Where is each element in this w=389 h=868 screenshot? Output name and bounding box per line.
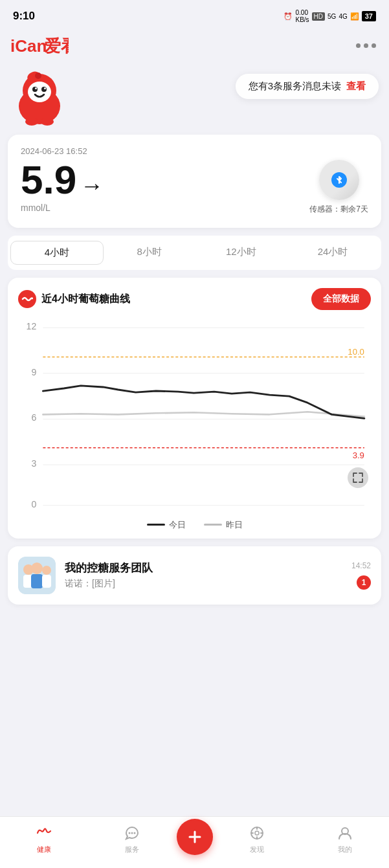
chart-container: 12 9 6 3 0 10.0 3.9 bbox=[18, 318, 371, 514]
nav-item-health[interactable]: 健康 bbox=[0, 824, 88, 854]
svg-text:12: 12 bbox=[27, 321, 37, 331]
nav-item-discover[interactable]: 发现 bbox=[213, 824, 301, 854]
chart-title: 近4小时葡萄糖曲线 bbox=[41, 293, 130, 306]
svg-text:iCan: iCan bbox=[10, 36, 47, 56]
svg-point-4 bbox=[28, 82, 51, 102]
svg-text:9: 9 bbox=[31, 367, 36, 377]
svg-text:10.0: 10.0 bbox=[348, 347, 364, 357]
battery: 37 bbox=[362, 11, 376, 21]
legend-today-line bbox=[147, 524, 165, 526]
svg-point-12 bbox=[35, 72, 41, 79]
signal-5g: 5G bbox=[328, 13, 336, 20]
svg-text:6: 6 bbox=[31, 412, 36, 423]
hd-icon: HD bbox=[312, 12, 325, 21]
svg-point-35 bbox=[31, 562, 43, 574]
add-button[interactable] bbox=[177, 819, 213, 855]
wifi-icon: 📶 bbox=[350, 12, 359, 21]
status-icons: ⏰ 0.00KB/s HD 5G 4G 📶 37 bbox=[283, 9, 376, 23]
tab-12h[interactable]: 12小时 bbox=[195, 241, 287, 265]
svg-point-45 bbox=[255, 831, 259, 835]
nav-item-add[interactable] bbox=[177, 819, 213, 860]
glucose-unit: mmol/L bbox=[21, 203, 104, 213]
svg-text:爱看: 爱看 bbox=[44, 36, 69, 56]
legend-today: 今日 bbox=[147, 519, 186, 531]
team-right: 14:52 1 bbox=[351, 561, 371, 590]
team-name: 我的控糖服务团队 bbox=[65, 561, 342, 575]
page-bottom-spacer bbox=[0, 612, 389, 671]
sensor-label: 传感器：剩余7天 bbox=[309, 204, 368, 215]
chart-title-area: 近4小时葡萄糖曲线 bbox=[18, 290, 130, 308]
svg-point-6 bbox=[41, 87, 47, 92]
logo-svg: iCan 爱看 bbox=[10, 34, 69, 57]
sensor-area: 传感器：剩余7天 bbox=[309, 160, 368, 215]
status-time: 9:10 bbox=[13, 10, 35, 23]
tab-4h[interactable]: 4小时 bbox=[10, 241, 104, 265]
svg-point-41 bbox=[134, 832, 136, 834]
legend-today-label: 今日 bbox=[169, 519, 186, 531]
svg-point-10 bbox=[41, 118, 54, 126]
svg-text:3: 3 bbox=[31, 458, 36, 469]
mascot-area: 您有3条服务消息未读 查看 bbox=[10, 62, 379, 127]
time-tabs: 4小时 8小时 12小时 24小时 bbox=[8, 236, 381, 270]
expand-chart-button[interactable] bbox=[348, 467, 368, 488]
glucose-timestamp: 2024-06-23 16:52 bbox=[21, 146, 368, 156]
notification-view-button[interactable]: 查看 bbox=[346, 80, 366, 93]
legend-yesterday: 昨日 bbox=[204, 519, 243, 531]
nav-item-service[interactable]: 服务 bbox=[88, 824, 176, 854]
mine-icon bbox=[336, 824, 354, 842]
svg-text:17:00: 17:00 bbox=[340, 513, 362, 514]
all-data-button[interactable]: 全部数据 bbox=[311, 288, 371, 310]
bluetooth-icon bbox=[331, 172, 347, 188]
legend-yesterday-label: 昨日 bbox=[226, 519, 243, 531]
nav-label-health: 健康 bbox=[37, 845, 51, 854]
svg-point-8 bbox=[44, 87, 46, 89]
svg-text:13:00: 13:00 bbox=[32, 513, 54, 514]
svg-point-39 bbox=[129, 832, 131, 834]
svg-text:16:00: 16:00 bbox=[256, 513, 277, 514]
app-header: iCan 爱看 bbox=[0, 28, 389, 62]
svg-point-7 bbox=[35, 87, 37, 89]
dot-2 bbox=[364, 43, 368, 48]
glucose-number: 5.9 bbox=[21, 160, 76, 200]
chart-header: 近4小时葡萄糖曲线 全部数据 bbox=[18, 288, 371, 310]
notification-banner: 您有3条服务消息未读 查看 bbox=[236, 74, 379, 99]
team-card[interactable]: 我的控糖服务团队 诺诺：[图片] 14:52 1 bbox=[8, 546, 381, 605]
svg-text:14:00: 14:00 bbox=[96, 513, 118, 514]
health-icon bbox=[35, 824, 53, 842]
team-avatar bbox=[18, 557, 56, 594]
glucose-card: 2024-06-23 16:52 5.9 → mmol/L 传感器：剩余7天 bbox=[8, 135, 381, 228]
team-info: 我的控糖服务团队 诺诺：[图片] bbox=[65, 561, 342, 590]
more-menu-button[interactable] bbox=[356, 43, 376, 48]
discover-icon bbox=[248, 824, 266, 842]
team-badge: 1 bbox=[357, 575, 371, 590]
team-message: 诺诺：[图片] bbox=[65, 578, 342, 590]
chart-legend: 今日 昨日 bbox=[18, 519, 371, 531]
svg-point-9 bbox=[25, 118, 38, 126]
signal-4g: 4G bbox=[339, 13, 347, 20]
glucose-reading: 5.9 → mmol/L bbox=[21, 160, 104, 213]
chart-icon bbox=[18, 290, 36, 308]
notification-text: 您有3条服务消息未读 bbox=[249, 80, 341, 93]
svg-rect-38 bbox=[42, 575, 51, 588]
tab-8h[interactable]: 8小时 bbox=[104, 241, 195, 265]
bottom-nav: 健康 服务 bbox=[0, 816, 389, 868]
svg-text:0: 0 bbox=[31, 499, 36, 509]
legend-yesterday-line bbox=[204, 524, 222, 526]
tab-24h[interactable]: 24小时 bbox=[287, 241, 379, 265]
svg-point-37 bbox=[42, 566, 51, 575]
svg-point-5 bbox=[32, 87, 38, 92]
svg-rect-36 bbox=[31, 574, 43, 588]
nav-label-mine: 我的 bbox=[338, 845, 352, 854]
sensor-circle bbox=[319, 160, 359, 200]
svg-text:3.9: 3.9 bbox=[353, 451, 364, 460]
service-icon bbox=[123, 824, 141, 842]
status-bar: 9:10 ⏰ 0.00KB/s HD 5G 4G 📶 37 bbox=[0, 0, 389, 28]
svg-text:15:00: 15:00 bbox=[161, 513, 182, 514]
network-info: 0.00KB/s bbox=[295, 9, 309, 23]
nav-label-service: 服务 bbox=[125, 845, 139, 854]
nav-item-mine[interactable]: 我的 bbox=[301, 824, 389, 854]
glucose-main: 5.9 → mmol/L 传感器：剩余7天 bbox=[21, 160, 368, 215]
mascot bbox=[10, 69, 69, 127]
alarm-icon: ⏰ bbox=[283, 12, 293, 21]
team-time: 14:52 bbox=[351, 561, 371, 570]
